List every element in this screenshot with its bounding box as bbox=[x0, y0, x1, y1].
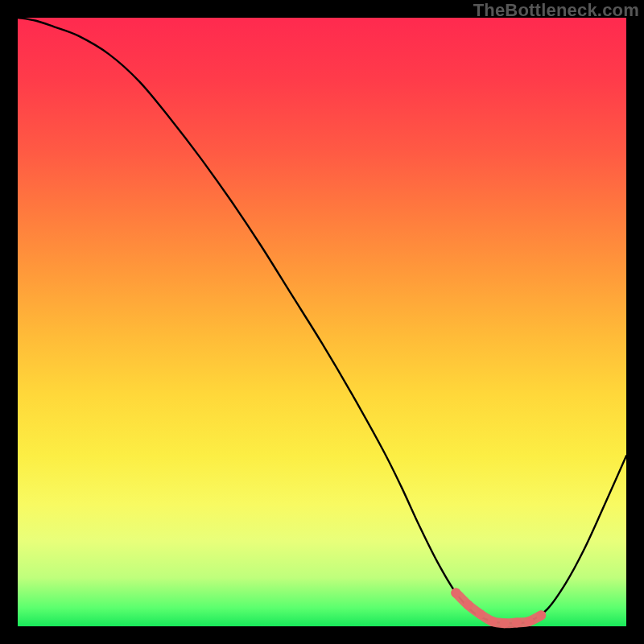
marker-dot bbox=[524, 617, 534, 626]
marker-dot bbox=[463, 601, 473, 610]
watermark: TheBottleneck.com bbox=[473, 0, 639, 21]
marker-dot bbox=[476, 609, 485, 619]
marker-dot bbox=[488, 617, 497, 626]
marker-dot bbox=[500, 618, 510, 628]
marker-dot bbox=[451, 588, 460, 597]
marker-dot bbox=[536, 610, 546, 620]
bottleneck-curve bbox=[18, 18, 626, 623]
chart-svg bbox=[18, 18, 626, 626]
chart-frame: TheBottleneck.com bbox=[0, 0, 644, 644]
curve-group bbox=[18, 18, 626, 623]
plot-area bbox=[18, 18, 626, 626]
marker-group bbox=[451, 588, 546, 628]
marker-dot bbox=[512, 617, 522, 627]
